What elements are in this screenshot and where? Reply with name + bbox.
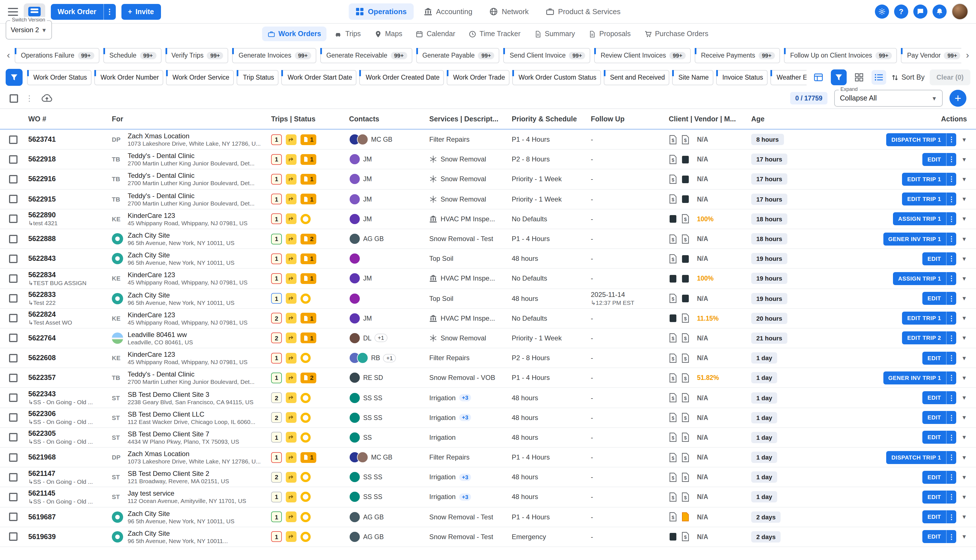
trip-pending-icon[interactable] [300,293,310,303]
subnav-item-maps[interactable]: Maps [369,27,408,41]
work-order-button-label[interactable]: Work Order [51,4,103,20]
trip-return-icon[interactable] [286,472,297,483]
contact-avatar[interactable] [349,432,360,443]
row-expand-caret-icon[interactable]: ▼ [961,335,967,341]
trip-return-icon[interactable] [286,353,297,363]
column-header-trips-status[interactable]: Trips | Status [271,115,349,123]
trip-count-chip[interactable]: 1 [271,273,282,284]
trip-invoice-chip[interactable]: 1 [300,253,316,264]
trip-count-chip[interactable]: 2 [271,412,282,423]
trip-return-icon[interactable] [286,253,297,264]
row-checkbox[interactable] [9,393,18,402]
action-button[interactable]: EDIT TRIP 1 ⋮ [902,192,956,205]
advanced-filter-icon[interactable] [831,70,847,85]
row-checkbox[interactable] [9,215,18,223]
trip-pending-icon[interactable] [300,412,310,423]
trip-return-icon[interactable] [286,333,297,343]
vendor-invoice-icon[interactable] [681,194,690,204]
contact-avatar[interactable] [349,332,360,344]
subnav-item-proposals[interactable]: Proposals [583,27,636,41]
action-kebab-icon[interactable]: ⋮ [946,272,956,285]
trip-return-icon[interactable] [286,154,297,165]
row-checkbox[interactable] [9,235,18,243]
hamburger-menu-icon[interactable] [8,8,18,15]
table-row[interactable]: 5622918 TB Teddy's - Dental Clinic 2700 … [0,150,976,169]
service-count-chip[interactable]: +3 [459,473,471,481]
row-expand-caret-icon[interactable]: ▼ [961,275,967,282]
nav-item-network[interactable]: Network [483,3,536,20]
wo-number[interactable]: 5622764 [28,334,112,342]
trip-pending-icon[interactable] [300,532,310,542]
client-invoice-icon[interactable] [669,214,677,224]
table-row[interactable]: 5623741 DP Zach Xmas Location 1073 Lakes… [0,130,976,150]
pipeline-tab-review-client-invoices[interactable]: Review Client Invoices 99+ [594,48,691,63]
column-header-priority-schedule[interactable]: Priority & Schedule [512,115,591,123]
trip-pending-icon[interactable] [300,432,310,443]
pipeline-tab-verify-trips[interactable]: Verify Trips 99+ [165,48,229,63]
filter-chip-sent-and-received[interactable]: Sent and Received [604,70,669,85]
contact-overflow-chip[interactable]: +1 [374,334,387,342]
vendor-invoice-icon[interactable]: $ [681,135,690,144]
column-header-contacts[interactable]: Contacts [349,115,429,123]
wo-number[interactable]: 5621968 [28,453,112,461]
row-expand-caret-icon[interactable]: ▼ [961,414,967,420]
trip-count-chip[interactable]: 1 [271,134,282,145]
row-expand-caret-icon[interactable]: ▼ [961,355,967,361]
invite-button[interactable]: +Invite [121,4,161,20]
vendor-invoice-icon[interactable]: $ [681,353,690,363]
wo-number[interactable]: 5622916 [28,175,112,183]
contact-overflow-chip[interactable]: +1 [383,354,396,362]
filter-chip-work-order-start-date[interactable]: Work Order Start Date [282,70,357,85]
subnav-item-work-orders[interactable]: Work Orders [262,27,327,41]
wo-number[interactable]: 5622915 [28,195,112,203]
trip-return-icon[interactable] [286,373,297,383]
action-button[interactable]: GENER INV TRIP 1 ⋮ [883,372,956,385]
action-kebab-icon[interactable]: ⋮ [946,352,956,364]
trip-return-icon[interactable] [286,532,297,542]
filter-chip-work-order-custom-status[interactable]: Work Order Custom Status [512,70,601,85]
trip-pending-icon[interactable] [300,472,310,482]
wo-number[interactable]: 5622608 [28,354,112,362]
filter-chip-work-order-number[interactable]: Work Order Number [94,70,164,85]
vendor-invoice-icon[interactable] [681,274,690,283]
action-kebab-icon[interactable]: ⋮ [946,292,956,305]
trip-count-chip[interactable]: 1 [271,432,282,443]
trip-count-chip[interactable]: 1 [271,253,282,264]
trip-return-icon[interactable] [286,273,297,284]
table-row[interactable]: 5622843 Zach City Site 96 5th Avenue, Ne… [0,249,976,269]
action-button[interactable]: EDIT ⋮ [923,510,956,523]
action-button[interactable]: EDIT ⋮ [923,431,956,444]
table-row[interactable]: 5622890 ↳test 4321 KE KinderCare 123 45 … [0,210,976,229]
contact-avatar[interactable] [349,412,360,423]
row-expand-caret-icon[interactable]: ▼ [961,236,967,242]
row-checkbox[interactable] [9,433,18,442]
work-order-split-button[interactable]: Work Order ⋮ [51,4,115,20]
vendor-invoice-icon[interactable] [681,254,690,263]
wo-number[interactable]: 5622306 [28,410,112,418]
row-checkbox[interactable] [9,413,18,422]
client-invoice-icon[interactable]: $ [669,452,677,462]
row-expand-caret-icon[interactable]: ▼ [961,315,967,322]
nav-item-accounting[interactable]: Accounting [417,3,479,20]
trip-count-chip[interactable]: 2 [271,333,282,343]
action-kebab-icon[interactable]: ⋮ [946,530,956,543]
wo-number[interactable]: 5622918 [28,155,112,163]
filter-chip-work-order-created-date[interactable]: Work Order Created Date [359,70,444,85]
client-invoice-icon[interactable]: $ [669,175,677,184]
vendor-invoice-icon[interactable] [681,512,690,522]
action-button[interactable]: EDIT ⋮ [923,490,956,503]
column-header-for[interactable]: For [112,115,271,123]
vendor-invoice-icon[interactable]: $ [681,214,690,224]
action-kebab-icon[interactable]: ⋮ [946,510,956,523]
client-invoice-icon[interactable] [669,532,677,542]
client-invoice-icon[interactable]: $ [669,512,677,522]
pipeline-tab-pay-vendor[interactable]: Pay Vendor 99+ [901,48,961,63]
trip-return-icon[interactable] [286,293,297,304]
row-checkbox[interactable] [9,314,18,323]
row-expand-caret-icon[interactable]: ▼ [961,514,967,520]
table-row[interactable]: 5622824 ↳Test Asset WO KE KinderCare 123… [0,308,976,328]
action-kebab-icon[interactable]: ⋮ [946,173,956,186]
select-all-checkbox[interactable] [10,94,18,102]
contact-avatar[interactable] [349,531,360,542]
subnav-item-time-tracker[interactable]: Time Tracker [463,27,526,41]
